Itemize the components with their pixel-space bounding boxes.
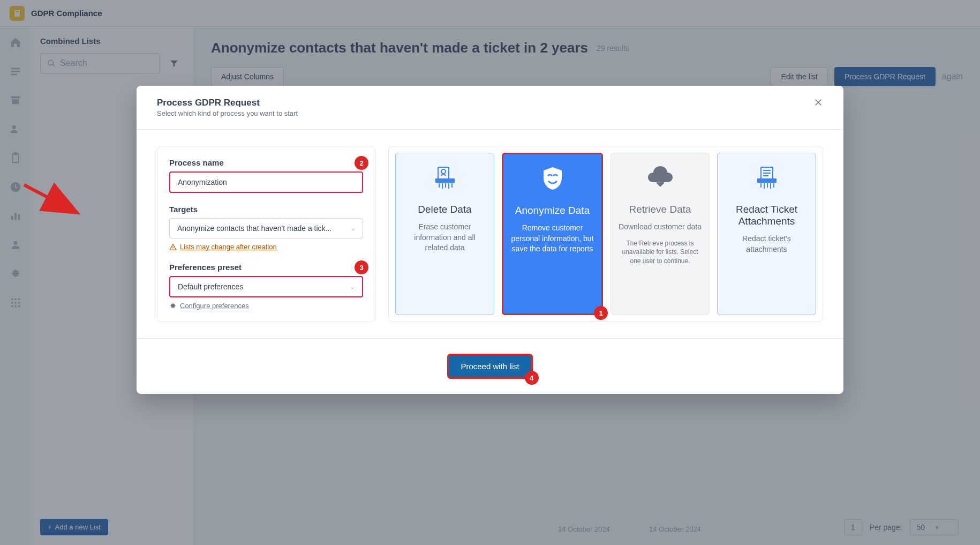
option-title: Redact Ticket Attachments bbox=[725, 204, 808, 227]
targets-select[interactable]: Anonymize contacts that haven't made a t… bbox=[169, 218, 363, 238]
chevron-down-icon: ⌄ bbox=[350, 284, 355, 290]
option-note: The Retrieve process is unavailable for … bbox=[619, 239, 702, 266]
shredder-icon bbox=[432, 163, 458, 192]
options-panel: Delete Data Erase customer information a… bbox=[388, 146, 823, 322]
svg-point-31 bbox=[173, 249, 174, 249]
modal-footer: Proceed with list 4 bbox=[137, 338, 843, 394]
option-desc: Erase customer information and all relat… bbox=[403, 222, 486, 253]
process-name-input[interactable]: Anonymization bbox=[169, 171, 363, 193]
download-cloud-icon bbox=[646, 163, 675, 192]
svg-point-34 bbox=[441, 169, 446, 174]
chevron-down-icon: ⌄ bbox=[351, 226, 355, 232]
configure-preferences-link[interactable]: Configure preferences bbox=[169, 302, 363, 310]
close-icon bbox=[813, 98, 823, 107]
step-badge-2: 2 bbox=[355, 156, 368, 170]
step-badge-4: 4 bbox=[525, 371, 539, 385]
option-title: Anonymize Data bbox=[515, 205, 590, 216]
svg-line-27 bbox=[24, 185, 75, 212]
modal-overlay: Process GDPR Request Select which kind o… bbox=[0, 0, 980, 545]
preset-label: Preferences preset bbox=[169, 263, 363, 272]
step-badge-1: 1 bbox=[594, 306, 608, 320]
modal-title: Process GDPR Request bbox=[157, 98, 823, 108]
step-badge-3: 3 bbox=[355, 260, 368, 274]
process-name-label: Process name bbox=[169, 158, 363, 167]
option-title: Delete Data bbox=[418, 204, 471, 215]
option-desc: Download customer data bbox=[619, 222, 702, 233]
close-button[interactable] bbox=[813, 98, 823, 110]
option-desc: Remove customer personal information, bu… bbox=[511, 223, 594, 255]
preset-select[interactable]: Default preferences ⌄ bbox=[169, 276, 363, 297]
targets-warning-link[interactable]: Lists may change after creation bbox=[169, 243, 363, 251]
annotation-arrow bbox=[21, 182, 86, 230]
modal-header: Process GDPR Request Select which kind o… bbox=[137, 86, 843, 130]
shredder-doc-icon bbox=[753, 163, 780, 192]
option-redact-attachments[interactable]: Redact Ticket Attachments Redact ticket'… bbox=[717, 153, 816, 315]
modal-subtitle: Select which kind of process you want to… bbox=[157, 109, 823, 117]
targets-label: Targets bbox=[169, 205, 363, 214]
warning-icon bbox=[169, 243, 177, 251]
gear-icon bbox=[169, 302, 177, 310]
option-title: Retrieve Data bbox=[629, 204, 691, 215]
svg-rect-45 bbox=[758, 179, 776, 182]
form-panel: Process name Anonymization 2 Targets Ano… bbox=[157, 146, 375, 322]
option-retrieve-data: Retrieve Data Download customer data The… bbox=[610, 153, 710, 315]
proceed-button[interactable]: Proceed with list 4 bbox=[447, 354, 532, 379]
option-anonymize-data[interactable]: Anonymize Data Remove customer personal … bbox=[502, 153, 603, 315]
option-desc: Redact ticket's attachments bbox=[725, 234, 808, 255]
gdpr-modal: Process GDPR Request Select which kind o… bbox=[137, 86, 843, 394]
mask-icon bbox=[539, 164, 566, 193]
option-delete-data[interactable]: Delete Data Erase customer information a… bbox=[395, 153, 494, 315]
svg-rect-35 bbox=[436, 179, 454, 182]
